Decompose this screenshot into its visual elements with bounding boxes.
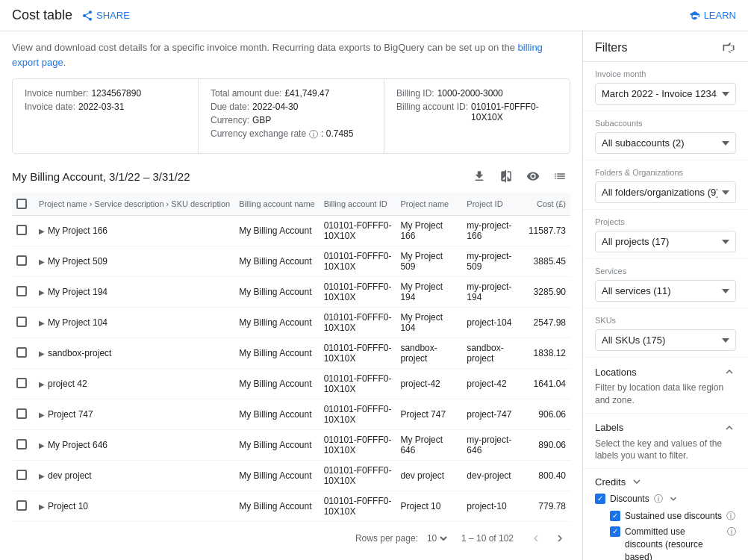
row-expand[interactable]: ▶	[39, 288, 45, 296]
description-text: View and download cost details for a spe…	[12, 40, 570, 69]
labels-header[interactable]: Labels	[595, 421, 736, 435]
row-expand[interactable]: ▶	[39, 258, 45, 266]
select-all-header[interactable]	[12, 193, 34, 216]
filter-group-label: Subaccounts	[595, 119, 736, 128]
row-project: My Project 104	[48, 317, 107, 328]
col-cost[interactable]: Cost (£)	[524, 193, 570, 216]
row-expand[interactable]: ▶	[39, 380, 45, 388]
filters-title: Filters	[595, 41, 628, 55]
row-checkbox[interactable]	[16, 286, 27, 296]
share-label: SHARE	[96, 10, 130, 21]
chart-icon[interactable]	[549, 166, 570, 187]
row-project-name: dev project	[396, 461, 462, 491]
cost-table: Project name › Service description › SKU…	[12, 193, 570, 522]
download-icon[interactable]	[469, 166, 490, 187]
locations-chevron	[723, 365, 736, 379]
filter-group-select[interactable]: All folders/organizations (9)	[595, 181, 736, 203]
amount-due-label: Total amount due:	[211, 88, 281, 99]
share-button[interactable]: SHARE	[81, 10, 130, 22]
filter-group-select[interactable]: All subaccounts (2)	[595, 132, 736, 154]
labels-filter: Labels Select the key and values of the …	[583, 414, 748, 470]
row-checkbox[interactable]	[16, 225, 27, 235]
row-checkbox[interactable]	[16, 255, 27, 266]
row-project: My Project 194	[48, 287, 107, 297]
row-checkbox[interactable]	[16, 439, 27, 449]
row-cost: 1641.04	[524, 369, 570, 399]
col-project-name-col: Project name	[396, 193, 462, 216]
view-icon[interactable]	[523, 166, 543, 187]
table-title: My Billing Account, 3/1/22 – 3/31/22	[12, 170, 190, 183]
rows-per-page-select[interactable]: 10 25 50	[424, 532, 449, 544]
rows-per-page: Rows per page: 10 25 50	[355, 532, 449, 544]
discounts-chevron[interactable]	[667, 493, 679, 505]
invoice-date-value: 2022-03-31	[78, 102, 124, 112]
row-project: project 42	[48, 379, 87, 389]
locations-desc: Filter by location data like region and …	[595, 382, 736, 407]
row-cost: 3885.45	[524, 246, 570, 277]
filter-group: Projects All projects (17)	[583, 210, 748, 259]
committed-help-icon[interactable]: ⓘ	[727, 526, 736, 538]
row-expand[interactable]: ▶	[39, 411, 45, 419]
filter-group-select[interactable]: March 2022 - Invoice 1234567890	[595, 83, 736, 105]
row-billing-account: My Billing Account	[234, 338, 320, 369]
row-checkbox[interactable]	[16, 408, 27, 419]
filter-group-select[interactable]: All services (11)	[595, 280, 736, 302]
discounts-help-icon[interactable]: ⓘ	[654, 493, 663, 505]
row-billing-account: My Billing Account	[234, 216, 320, 246]
row-billing-account: My Billing Account	[234, 430, 320, 461]
learn-button[interactable]: LEARN	[689, 10, 736, 22]
table-row: ▶ My Project 194 My Billing Account 0101…	[12, 277, 570, 308]
row-expand[interactable]: ▶	[39, 227, 45, 235]
row-checkbox[interactable]	[16, 317, 27, 327]
table-row: ▶ Project 747 My Billing Account 010101-…	[12, 399, 570, 430]
col-project-id: Project ID	[462, 193, 524, 216]
select-all-checkbox[interactable]	[16, 199, 27, 209]
row-expand[interactable]: ▶	[39, 319, 45, 327]
row-project-name: project-42	[396, 369, 462, 399]
sustained-use-checkbox[interactable]	[610, 511, 620, 521]
row-billing-account: My Billing Account	[234, 308, 320, 338]
next-page-button[interactable]	[549, 528, 570, 549]
filter-group-select[interactable]: All SKUs (175)	[595, 329, 736, 351]
row-expand[interactable]: ▶	[39, 503, 45, 511]
row-expand[interactable]: ▶	[39, 349, 45, 358]
labels-title: Labels	[595, 422, 623, 433]
sustained-use-item: Sustained use discounts ⓘ	[595, 510, 736, 523]
row-expand[interactable]: ▶	[39, 441, 45, 449]
invoice-section-left: Invoice number: 1234567890 Invoice date:…	[13, 79, 199, 153]
row-project-name: Project 10	[396, 491, 462, 522]
table-row: ▶ My Project 166 My Billing Account 0101…	[12, 216, 570, 246]
committed-use-checkbox[interactable]	[610, 526, 620, 537]
billing-export-link[interactable]: billing export page	[12, 42, 543, 68]
credits-chevron[interactable]	[630, 475, 643, 488]
pagination-row: Rows per page: 10 25 50 1 – 10 of 102	[12, 522, 570, 555]
exchange-rate-help-icon[interactable]: ⓘ	[309, 128, 318, 141]
discounts-item: Discounts ⓘ	[595, 493, 736, 505]
locations-header[interactable]: Locations	[595, 365, 736, 379]
prev-page-button[interactable]	[526, 528, 546, 549]
row-project-name: My Project 194	[396, 277, 462, 308]
filter-group-label: Services	[595, 267, 736, 276]
row-billing-id: 010101-F0FFF0-10X10X	[320, 338, 396, 369]
committed-use-item: Committed use discounts (resource based)…	[595, 526, 736, 560]
sustained-use-label: Sustained use discounts	[625, 510, 722, 523]
row-cost: 2547.98	[524, 308, 570, 338]
due-date-label: Due date:	[211, 102, 249, 112]
discounts-checkbox[interactable]	[595, 494, 605, 504]
filter-group: SKUs All SKUs (175)	[583, 308, 748, 358]
row-checkbox[interactable]	[16, 347, 27, 358]
table-header-row: My Billing Account, 3/1/22 – 3/31/22	[12, 166, 570, 187]
sustained-help-icon[interactable]: ⓘ	[726, 510, 735, 523]
row-expand[interactable]: ▶	[39, 472, 45, 480]
row-billing-id: 010101-F0FFF0-10X10X	[320, 308, 396, 338]
compare-icon[interactable]	[496, 166, 517, 187]
row-project: sandbox-project	[48, 348, 111, 358]
filter-group-select[interactable]: All projects (17)	[595, 231, 736, 252]
row-checkbox[interactable]	[16, 378, 27, 388]
row-checkbox[interactable]	[16, 500, 27, 511]
row-project-name: Project 747	[396, 399, 462, 430]
invoice-date-label: Invoice date:	[25, 102, 75, 112]
filters-collapse-button[interactable]	[721, 40, 736, 55]
row-checkbox[interactable]	[16, 470, 27, 480]
row-project: dev project	[48, 470, 92, 481]
